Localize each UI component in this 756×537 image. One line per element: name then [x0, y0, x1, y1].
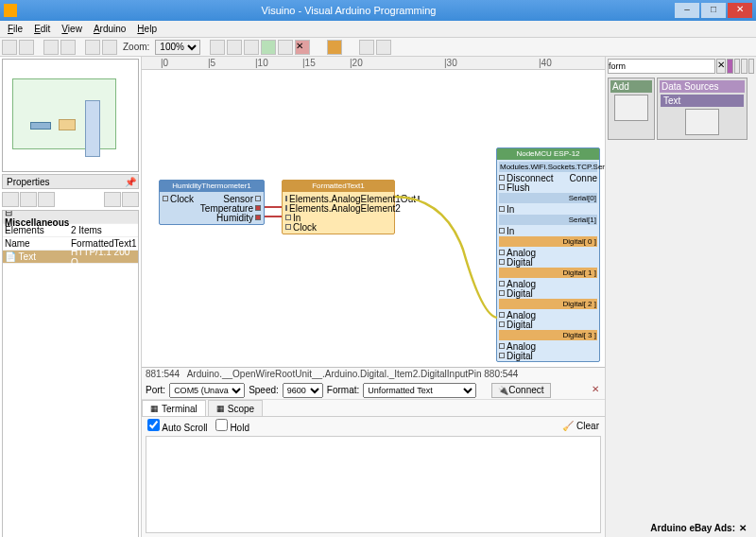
connect-button[interactable]: 🔌 Connect: [491, 383, 550, 398]
properties-tree[interactable]: ⊟ Miscellaneous Elements2 Items NameForm…: [2, 210, 139, 537]
menu-help[interactable]: Help: [131, 22, 163, 36]
ruler-horizontal: |0|5|10|15|20|30|40: [142, 57, 605, 70]
tool-icon[interactable]: [85, 40, 100, 55]
menubar: File Edit View Arduino Help: [0, 21, 756, 38]
menu-file[interactable]: File: [2, 22, 28, 36]
tool-icon[interactable]: [43, 40, 59, 55]
properties-header: Properties 📌: [2, 174, 139, 189]
format-label: Format:: [327, 385, 359, 395]
palette-item-datasources[interactable]: Data Sources Text: [657, 78, 747, 140]
zoom-in-icon[interactable]: [210, 40, 225, 55]
zoom-select[interactable]: 100%: [155, 40, 200, 55]
speed-label: Speed:: [249, 385, 279, 395]
close-button[interactable]: ✕: [728, 3, 752, 18]
palette-tool-icon[interactable]: [748, 59, 755, 74]
hold-checkbox[interactable]: Hold: [215, 419, 249, 433]
tool-icon[interactable]: [376, 40, 391, 55]
tab-terminal[interactable]: ▦ Terminal: [142, 400, 206, 416]
properties-title: Properties: [7, 177, 50, 187]
menu-edit[interactable]: Edit: [28, 22, 56, 36]
tool-icon[interactable]: [359, 40, 374, 55]
component-palette: ✕ Add Data Sources Text: [605, 57, 756, 537]
main-toolbar: Zoom: 100% ✕: [0, 38, 756, 57]
titlebar: Visuino - Visual Arduino Programming – □…: [0, 0, 756, 21]
palette-tool-icon[interactable]: [727, 59, 733, 74]
design-canvas[interactable]: HumidityThermometer1 ClockSensor Tempera…: [142, 70, 605, 367]
prop-tool-icon[interactable]: [20, 192, 37, 207]
panel-close-icon[interactable]: ✕: [590, 385, 601, 396]
properties-toolbar: [2, 191, 139, 208]
tool-icon[interactable]: [60, 40, 76, 55]
zoom-out-icon[interactable]: [227, 40, 242, 55]
open-icon[interactable]: [19, 40, 34, 55]
format-select[interactable]: Unformatted Text: [363, 383, 476, 398]
pin-icon[interactable]: 📌: [125, 177, 134, 186]
autoscroll-checkbox[interactable]: Auto Scroll: [147, 419, 208, 433]
tool-icon[interactable]: [102, 40, 117, 55]
search-clear-icon[interactable]: ✕: [716, 59, 726, 74]
block-humidity-thermometer[interactable]: HumidityThermometer1 ClockSensor Tempera…: [159, 180, 265, 225]
prop-tool-icon[interactable]: [122, 192, 139, 207]
block-nodemcu[interactable]: NodeMCU ESP-12 Modules.WiFi.Sockets.TCP.…: [496, 147, 600, 362]
status-bar: 881:544 Arduino.__OpenWireRootUnit__.Ard…: [142, 368, 605, 381]
overview-thumbnail[interactable]: [2, 59, 139, 172]
palette-tool-icon[interactable]: [741, 59, 747, 74]
bottom-panel: 881:544 Arduino.__OpenWireRootUnit__.Ard…: [142, 367, 605, 537]
zoom-label: Zoom:: [119, 42, 153, 52]
port-select[interactable]: COM5 (Unava: [169, 383, 245, 398]
app-icon: [4, 4, 17, 17]
port-label: Port:: [146, 385, 165, 395]
ads-label: Arduino eBay Ads:✕: [650, 523, 747, 533]
maximize-button[interactable]: □: [701, 3, 726, 18]
zoom-fit-icon[interactable]: [244, 40, 259, 55]
palette-tool-icon[interactable]: [734, 59, 741, 74]
menu-view[interactable]: View: [56, 22, 88, 36]
speed-select[interactable]: 9600: [283, 383, 323, 398]
terminal-output[interactable]: [146, 436, 601, 533]
palette-item-add[interactable]: Add: [608, 78, 655, 140]
clear-button[interactable]: 🧹 Clear: [562, 421, 599, 431]
menu-arduino[interactable]: Arduino: [88, 22, 131, 36]
prop-tool-icon[interactable]: [2, 192, 19, 207]
prop-tool-icon[interactable]: [38, 192, 55, 207]
tab-scope[interactable]: ▦ Scope: [208, 400, 263, 416]
delete-icon[interactable]: ✕: [295, 40, 310, 55]
block-formatted-text[interactable]: FormattedText1 Elements.AnalogElement1Ou…: [282, 180, 395, 234]
palette-search[interactable]: [608, 59, 715, 74]
window-title: Visuino - Visual Arduino Programming: [23, 5, 675, 16]
minimize-button[interactable]: –: [675, 3, 699, 18]
ads-close-icon[interactable]: ✕: [739, 523, 747, 533]
new-icon[interactable]: [2, 40, 17, 55]
tool-icon[interactable]: [327, 40, 342, 55]
tool-icon[interactable]: [261, 40, 276, 55]
prop-tool-icon[interactable]: [104, 192, 121, 207]
tool-icon[interactable]: [278, 40, 293, 55]
